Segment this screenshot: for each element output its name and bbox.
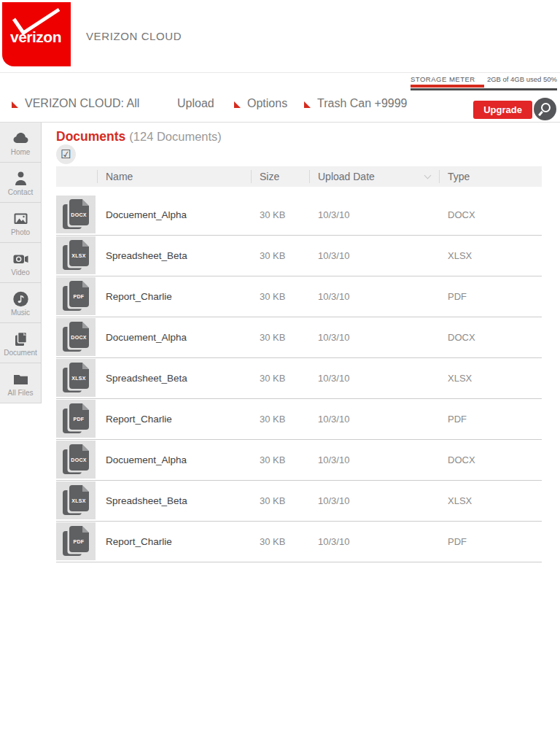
file-type: PDF [439,414,542,425]
file-upload-date: 10/3/10 [309,291,439,302]
red-triangle-icon [304,101,311,108]
verizon-logo[interactable]: verizon [2,2,71,66]
document-front-page-icon: XLSX [69,363,89,389]
file-size: 30 KB [251,414,309,425]
file-upload-date: 10/3/10 [309,495,439,506]
file-type: XLSX [439,495,542,506]
sidebar-item-music[interactable]: Music [0,283,42,323]
search-icon [534,98,556,120]
red-triangle-icon [12,101,18,108]
file-upload-date: 10/3/10 [309,209,439,220]
file-name: Report_Charlie [97,291,251,302]
red-triangle-icon [234,101,241,108]
app-header: verizon VERIZON CLOUD [0,0,560,73]
file-size: 30 KB [251,495,309,506]
sidebar-item-photo[interactable]: Photo [0,203,42,243]
sidebar-item-video[interactable]: Video [0,243,42,283]
document-front-page-icon: XLSX [69,240,89,266]
file-format-badge: XLSX [71,498,85,503]
document-front-page-icon: PDF [69,281,89,307]
file-format-badge: PDF [74,417,85,422]
verizon-cloud-app: verizon VERIZON CLOUD STORAGE METER 2GB … [0,0,560,562]
upload-button[interactable]: Upload [177,97,214,110]
column-header-size[interactable]: Size [251,166,309,187]
sidebar-item-document[interactable]: Document [0,323,42,363]
file-type: DOCX [439,454,542,465]
document-front-page-icon: DOCX [69,444,89,471]
file-name: Spreadsheet_Beta [97,495,251,506]
file-format-badge: DOCX [71,335,86,340]
sidebar-item-all-files[interactable]: All Files [0,363,42,403]
table-row[interactable]: PDF Report_Charlie 30 KB 10/3/10 PDF [56,399,542,440]
file-size: 30 KB [251,291,309,302]
upgrade-button[interactable]: Upgrade [473,101,532,119]
file-format-badge: DOCX [71,212,86,217]
select-all-button[interactable]: ☑ [56,144,76,164]
file-format-badge: DOCX [71,457,86,462]
file-size: 30 KB [251,454,309,465]
column-header-type[interactable]: Type [439,166,542,187]
file-name: Spreadsheet_Beta [97,250,251,261]
file-format-badge: XLSX [71,376,85,381]
table-row[interactable]: DOCX Docuement_Alpha 30 KB 10/3/10 DOCX [56,317,542,358]
sidebar: Home Contact Photo Video Music Document [0,123,42,403]
page-title: Documents [56,129,125,144]
document-front-page-icon: XLSX [69,485,89,511]
file-upload-date: 10/3/10 [309,536,439,547]
table-row[interactable]: XLSX Spreadsheet_Beta 30 KB 10/3/10 XLSX [56,481,542,522]
file-type-icon: XLSX [56,481,96,519]
table-row[interactable]: PDF Report_Charlie 30 KB 10/3/10 PDF [56,276,542,317]
table-row[interactable]: XLSX Spreadsheet_Beta 30 KB 10/3/10 XLSX [56,358,542,399]
file-type-icon: PDF [56,522,96,560]
storage-used-bar [411,85,484,88]
file-type-icon: DOCX [56,441,96,479]
sidebar-item-home[interactable]: Home [0,123,42,163]
options-dropdown[interactable]: Options [234,97,287,110]
trash-can-dropdown[interactable]: Trash Can +9999 [304,97,407,110]
file-upload-date: 10/3/10 [309,414,439,425]
table-header: Name Size Upload Date Type [56,166,542,187]
search-button[interactable] [534,98,556,120]
file-format-badge: PDF [74,294,85,299]
table-row[interactable]: PDF Report_Charlie 30 KB 10/3/10 PDF [56,522,542,562]
table-row[interactable]: DOCX Docuement_Alpha 30 KB 10/3/10 DOCX [56,440,542,481]
sort-chevron-down-icon[interactable] [424,172,432,179]
column-header-name[interactable]: Name [97,166,251,187]
file-size: 30 KB [251,536,309,547]
storage-total-bar [411,88,557,90]
file-type: DOCX [439,332,542,343]
table-row[interactable]: DOCX Docuement_Alpha 30 KB 10/3/10 DOCX [56,195,542,236]
file-name: Spreadsheet_Beta [97,373,251,384]
file-name: Docuement_Alpha [97,209,251,220]
file-upload-date: 10/3/10 [309,250,439,261]
sidebar-item-label: Video [11,269,29,276]
table-body: DOCX Docuement_Alpha 30 KB 10/3/10 DOCX … [56,195,542,562]
file-type: PDF [439,536,542,547]
nav-location-dropdown[interactable]: VERIZON CLOUD: All [12,97,139,110]
column-header-upload-date[interactable]: Upload Date [309,166,439,187]
document-count: (124 Documents) [129,130,222,143]
content-header: Documents(124 Documents) ☑ [56,136,542,157]
file-type: DOCX [439,209,542,220]
file-type-icon: XLSX [56,359,96,397]
storage-meter-label: STORAGE METER [411,75,475,83]
sidebar-item-label: Home [11,149,31,156]
person-icon [11,169,31,188]
file-type-icon: PDF [56,277,96,315]
cloud-icon [11,129,31,148]
file-type: XLSX [439,373,542,384]
document-front-page-icon: DOCX [69,199,89,225]
document-front-page-icon: PDF [69,403,89,430]
file-size: 30 KB [251,209,309,220]
sidebar-item-label: Document [4,349,37,357]
photo-icon [11,209,31,228]
document-icon [11,330,31,349]
sidebar-item-contact[interactable]: Contact [0,163,42,203]
checkbox-check-icon: ☑ [61,149,71,160]
storage-usage-text: 2GB of 4GB used 50% [487,75,557,83]
app-title: VERIZON CLOUD [86,30,182,42]
table-row[interactable]: XLSX Spreadsheet_Beta 30 KB 10/3/10 XLSX [56,236,542,276]
file-upload-date: 10/3/10 [309,454,439,465]
toolbar: STORAGE METER 2GB of 4GB used 50% VERIZO… [0,73,560,123]
sidebar-item-label: Contact [8,189,33,196]
